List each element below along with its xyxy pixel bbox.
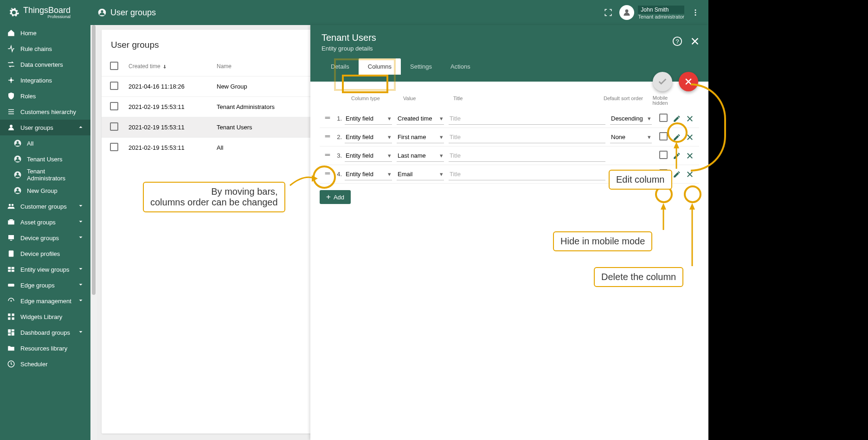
sidebar-item-data-converters[interactable]: Data converters: [0, 57, 90, 72]
close-icon: [686, 133, 694, 141]
scrollbar[interactable]: [90, 25, 97, 440]
sidebar-item-dashboard-groups[interactable]: Dashboard groups: [0, 325, 90, 340]
help-button[interactable]: ?: [672, 36, 682, 48]
svg-rect-32: [12, 313, 14, 316]
sidebar-item-label: Device groups: [20, 235, 59, 242]
more-button[interactable]: [687, 4, 704, 21]
tab-settings[interactable]: Settings: [401, 58, 441, 75]
sidebar-item-label: Integrations: [20, 77, 52, 84]
sort-order-select[interactable]: None▾: [610, 168, 652, 180]
sidebar-item-device-profiles[interactable]: Device profiles: [0, 246, 90, 261]
column-value-select[interactable]: Created time▾: [397, 113, 444, 125]
close-icon: [686, 170, 694, 179]
drag-handle-icon[interactable]: [322, 151, 333, 160]
edit-column-button[interactable]: [670, 112, 683, 125]
column-type-select[interactable]: Entity field▾: [345, 168, 392, 180]
sidebar-subitem-all[interactable]: All: [0, 135, 90, 151]
column-config-row: 4. Entity field▾ Email▾ None▾: [320, 165, 699, 184]
row-checkbox[interactable]: [110, 102, 118, 110]
column-value-select[interactable]: Email▾: [397, 168, 444, 180]
edit-column-button[interactable]: [670, 168, 683, 181]
tab-details[interactable]: Details: [321, 58, 359, 75]
edit-column-button[interactable]: [670, 131, 683, 144]
sidebar-item-rule-chains[interactable]: Rule chains: [0, 41, 90, 57]
svg-rect-33: [8, 318, 10, 320]
sidebar-item-widgets-library[interactable]: Widgets Library: [0, 309, 90, 325]
drag-handle-icon[interactable]: [322, 170, 333, 179]
created-time-header[interactable]: Created time: [129, 63, 217, 70]
sidebar-item-label: Asset groups: [20, 219, 56, 226]
column-title-input[interactable]: [449, 131, 605, 143]
sort-order-select[interactable]: Descending▾: [610, 113, 652, 125]
column-title-input[interactable]: [449, 168, 605, 180]
svg-point-15: [17, 189, 19, 191]
delete-column-button[interactable]: [683, 168, 696, 181]
delete-column-button[interactable]: [683, 131, 696, 144]
sidebar-item-customers-hierarchy[interactable]: Customers hierarchy: [0, 104, 90, 120]
tab-columns[interactable]: Columns: [359, 58, 401, 75]
sidebar-item-user-groups[interactable]: User groups: [0, 120, 90, 135]
tab-actions[interactable]: Actions: [441, 58, 480, 75]
mobile-hidden-checkbox[interactable]: [659, 114, 668, 122]
sidebar-subitem-new-group[interactable]: New Group: [0, 183, 90, 198]
sidebar-item-edge-management[interactable]: Edge management: [0, 293, 90, 309]
sidebar-item-asset-groups[interactable]: Asset groups: [0, 214, 90, 230]
column-type-select[interactable]: Entity field▾: [345, 150, 392, 162]
sidebar-subitem-tenant-users[interactable]: Tenant Users: [0, 151, 90, 167]
column-type-select[interactable]: Entity field▾: [345, 131, 392, 143]
row-number: 4.: [333, 171, 342, 178]
svg-rect-37: [12, 332, 14, 336]
chevron-down-icon: [77, 297, 84, 305]
created-time-cell: 2021-02-19 15:53:11: [129, 124, 217, 131]
delete-column-button[interactable]: [683, 112, 696, 125]
edge-icon: [6, 281, 16, 290]
sidebar-item-roles[interactable]: Roles: [0, 88, 90, 104]
mobile-hidden-checkbox[interactable]: [659, 151, 668, 159]
column-value-select[interactable]: Last name▾: [397, 150, 444, 162]
drag-handle-icon[interactable]: [322, 133, 333, 142]
user-role-label: Tenant administrator: [638, 14, 684, 19]
svg-rect-38: [8, 333, 11, 336]
sidebar-item-resources-library[interactable]: Resources library: [0, 340, 90, 356]
row-checkbox[interactable]: [110, 122, 118, 131]
sidebar-item-scheduler[interactable]: Scheduler: [0, 356, 90, 372]
user-menu[interactable]: John Smith Tenant administrator: [619, 5, 684, 20]
column-value-select[interactable]: First name▾: [397, 131, 444, 143]
chevron-down-icon: ▾: [648, 115, 651, 122]
column-title-input[interactable]: [449, 150, 605, 162]
cancel-button[interactable]: [679, 72, 698, 91]
delete-column-button[interactable]: [683, 149, 696, 162]
fullscreen-icon: [604, 8, 612, 17]
brand-logo[interactable]: ThingsBoard Professional: [0, 6, 97, 19]
user-circle-icon: [13, 154, 22, 164]
apply-button[interactable]: [653, 72, 672, 91]
column-title-input[interactable]: [449, 113, 605, 125]
edit-column-button[interactable]: [670, 149, 683, 162]
svg-point-3: [695, 9, 696, 11]
sidebar-item-label: Home: [20, 30, 37, 37]
column-type-select[interactable]: Entity field▾: [345, 113, 392, 125]
row-checkbox[interactable]: [110, 143, 118, 151]
row-checkbox[interactable]: [110, 82, 118, 90]
sidebar-subitem-tenant-administrators[interactable]: Tenant Administrators: [0, 167, 90, 183]
convert-icon: [6, 60, 16, 69]
sidebar-item-device-groups[interactable]: Device groups: [0, 230, 90, 246]
add-column-button[interactable]: +Add: [320, 190, 351, 204]
sidebar-item-customer-groups[interactable]: Customer groups: [0, 198, 90, 214]
sidebar-item-integrations[interactable]: Integrations: [0, 72, 90, 88]
sidebar-item-label: Edge groups: [20, 282, 55, 289]
sidebar-item-home[interactable]: Home: [0, 25, 90, 41]
sidebar-item-edge-groups[interactable]: Edge groups: [0, 277, 90, 293]
user-circle-icon: [97, 8, 107, 17]
sidebar-item-entity-view-groups[interactable]: Entity view groups: [0, 261, 90, 277]
select-all-checkbox[interactable]: [110, 62, 118, 70]
close-icon: [684, 77, 693, 86]
fullscreen-button[interactable]: [600, 4, 617, 21]
created-time-cell: 2021-02-19 15:53:11: [129, 144, 217, 151]
mobile-hidden-checkbox[interactable]: [659, 169, 668, 178]
mobile-hidden-checkbox[interactable]: [659, 132, 668, 140]
drag-handle-icon[interactable]: [322, 114, 333, 123]
close-panel-button[interactable]: [690, 36, 700, 48]
svg-point-7: [10, 125, 13, 128]
sort-order-select[interactable]: None▾: [610, 131, 652, 143]
